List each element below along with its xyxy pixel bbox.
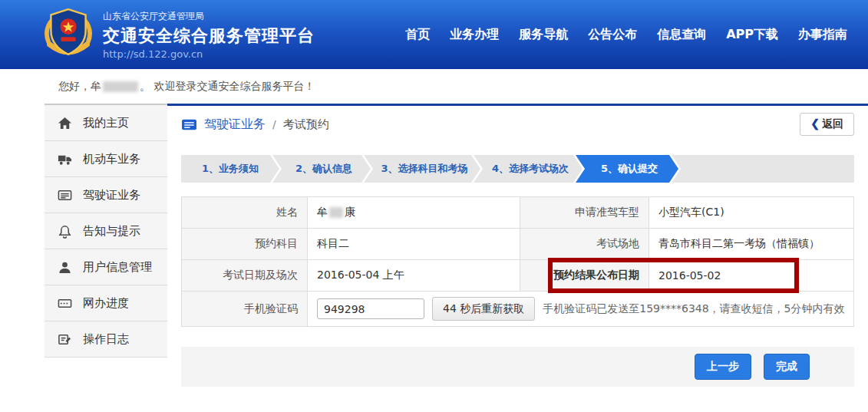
site-url: http://sd.122.gov.cn <box>103 48 315 60</box>
nav-item-home[interactable]: 首页 <box>395 27 440 43</box>
truck-icon <box>58 152 72 166</box>
wizard-step-3[interactable]: 3、选择科目和考场 <box>364 155 480 183</box>
org-name: 山东省公安厅交通管理局 <box>103 10 315 23</box>
bell-icon <box>58 224 72 239</box>
breadcrumb-separator: / <box>272 118 276 130</box>
nav-item-info-query[interactable]: 信息查询 <box>647 27 716 43</box>
breadcrumb: 驾驶证业务 / 考试预约 ❮返回 <box>181 106 854 143</box>
finish-button[interactable]: 完成 <box>764 354 810 380</box>
sms-code-label: 手机验证码 <box>182 292 308 327</box>
breadcrumb-page: 考试预约 <box>283 117 329 132</box>
site-logo: 山东省公安厅交通管理局 交通安全综合服务管理平台 http://sd.122.g… <box>42 6 315 64</box>
sidebar-item-label: 操作日志 <box>83 332 129 347</box>
nav-item-announcements[interactable]: 公告公布 <box>578 27 647 43</box>
venue-label: 考试场地 <box>520 229 649 260</box>
main-area: 我的主页 机动车业务 驾驶证业务 告知与提示 用户信息管理 网办进度 操作日志 <box>0 104 868 387</box>
result-date-value: 2016-05-02 <box>649 260 854 292</box>
progress-icon <box>58 296 72 311</box>
user-name: 牟 <box>91 80 101 94</box>
chevron-left-icon: ❮ <box>810 117 820 130</box>
home-icon <box>58 116 72 130</box>
log-icon <box>58 332 72 347</box>
subject-value: 科目二 <box>308 229 520 260</box>
name-value: 牟康 <box>308 197 520 229</box>
top-banner: 山东省公安厅交通管理局 交通安全综合服务管理平台 http://sd.122.g… <box>0 0 868 69</box>
police-badge-icon <box>42 6 94 64</box>
wizard-step-1[interactable]: 1、业务须知 <box>181 155 279 183</box>
action-bar: 上一步 完成 <box>181 347 854 387</box>
vehicle-type-value: 小型汽车(C1) <box>649 197 854 229</box>
breadcrumb-section[interactable]: 驾驶证业务 <box>204 117 266 133</box>
sidebar-item-user-info[interactable]: 用户信息管理 <box>45 249 167 285</box>
license-card-icon <box>58 188 72 203</box>
sidebar-item-label: 网办进度 <box>83 296 129 311</box>
sidebar-item-notifications[interactable]: 告知与提示 <box>45 213 167 249</box>
sidebar-item-operation-log[interactable]: 操作日志 <box>45 321 167 358</box>
sidebar-item-label: 我的主页 <box>83 116 129 130</box>
nav-item-service-guide[interactable]: 服务导航 <box>509 27 578 43</box>
appointment-summary-table: 姓名 牟康 申请准驾车型 小型汽车(C1) 预约科目 科目二 考试场地 青岛市科… <box>181 196 854 327</box>
welcome-greeting: 您好， <box>58 80 91 94</box>
wizard-step-2[interactable]: 2、确认信息 <box>272 155 371 183</box>
sidebar-item-label: 告知与提示 <box>83 224 140 239</box>
nav-item-business[interactable]: 业务办理 <box>440 27 509 43</box>
site-title: 交通安全综合服务管理平台 <box>103 25 315 48</box>
venue-value: 青岛市科目二第一考场（惜福镇） <box>649 229 854 260</box>
wizard-step-4[interactable]: 4、选择考试场次 <box>474 155 583 183</box>
welcome-bar: 您好，牟。 欢迎登录交通安全综合服务平台！ <box>0 69 868 104</box>
sidebar-item-vehicle-services[interactable]: 机动车业务 <box>45 141 167 177</box>
redacted-name-char <box>329 207 343 218</box>
wizard-tail <box>672 155 854 183</box>
sidebar-item-online-progress[interactable]: 网办进度 <box>45 285 167 321</box>
subject-label: 预约科目 <box>182 229 308 260</box>
redacted-name-block <box>103 81 138 92</box>
vehicle-type-label: 申请准驾车型 <box>520 197 649 229</box>
sms-code-row: 44 秒后重新获取 手机验证码已发送至159****6348，请查收短信，5分钟… <box>308 292 854 327</box>
name-label: 姓名 <box>182 197 308 229</box>
main-nav: 首页 业务办理 服务导航 公告公布 信息查询 APP下载 办事指南 <box>395 27 857 43</box>
content-panel: 驾驶证业务 / 考试预约 ❮返回 1、业务须知 2、确认信息 3、选择科目和考场… <box>167 104 868 387</box>
wizard-steps: 1、业务须知 2、确认信息 3、选择科目和考场 4、选择考试场次 5、确认提交 <box>181 155 854 183</box>
license-card-icon <box>181 117 197 133</box>
exam-date-label: 考试日期及场次 <box>182 260 308 292</box>
sidebar-item-label: 机动车业务 <box>83 152 140 166</box>
welcome-message: 。 欢迎登录交通安全综合服务平台！ <box>140 80 315 94</box>
sidebar-item-label: 驾驶证业务 <box>83 188 140 203</box>
user-icon <box>58 260 72 275</box>
exam-date-value: 2016-05-04 上午 <box>308 260 520 292</box>
sidebar: 我的主页 机动车业务 驾驶证业务 告知与提示 用户信息管理 网办进度 操作日志 <box>45 104 167 358</box>
result-date-label: 预约结果公布日期 <box>520 260 649 292</box>
sidebar-item-label: 用户信息管理 <box>83 260 152 275</box>
wizard-step-5-active[interactable]: 5、确认提交 <box>576 155 678 183</box>
sidebar-item-my-home[interactable]: 我的主页 <box>45 105 167 141</box>
sidebar-item-license-services[interactable]: 驾驶证业务 <box>45 177 167 213</box>
sms-sent-hint: 手机验证码已发送至159****6348，请查收短信，5分钟内有效 <box>543 302 844 316</box>
back-button[interactable]: ❮返回 <box>800 113 854 136</box>
resend-code-button[interactable]: 44 秒后重新获取 <box>432 297 535 321</box>
nav-item-app-download[interactable]: APP下载 <box>716 27 788 43</box>
sms-code-input[interactable] <box>317 298 424 319</box>
previous-step-button[interactable]: 上一步 <box>695 354 751 380</box>
nav-item-help[interactable]: 办事指南 <box>788 27 857 43</box>
